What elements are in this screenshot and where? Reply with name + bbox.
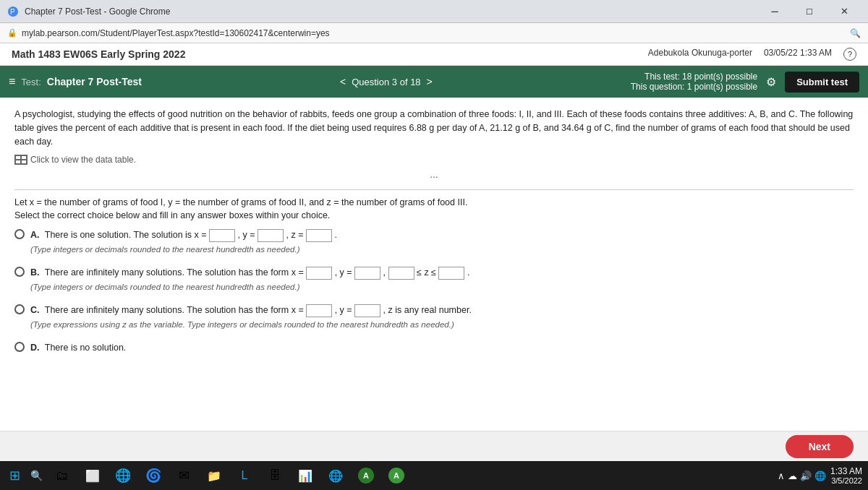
app2-button[interactable]: 🌐 [323,464,349,487]
app1-button[interactable]: 📊 [292,464,318,487]
chevron-up-icon[interactable]: ∧ [778,470,785,481]
test-navbar: ≡ Test: Chapter 7 Post-Test < Question 3… [0,66,868,98]
choice-a-text-mid1: , y = [238,230,255,240]
choice-b-input-x[interactable] [306,267,332,280]
url-text: mylab.pearson.com/Student/PlayerTest.asp… [22,28,330,38]
test-label: Test: [21,77,41,87]
network-icon[interactable]: 🌐 [814,470,826,481]
choice-a-text-mid2: , z = [286,230,304,240]
taskview-button[interactable]: ⬜ [80,464,106,487]
speaker-icon[interactable]: 🔊 [800,470,812,481]
choice-c-text-mid1: , y = [335,305,352,315]
next-button[interactable]: Next [786,435,854,458]
instruction-text: Select the correct choice below and fill… [14,210,854,220]
circle-a-button[interactable]: A [353,464,379,487]
choice-a-item: A. There is one solution. The solution i… [14,228,854,257]
files-button[interactable]: 📁 [201,464,227,487]
taskbar-right: ∧ ☁ 🔊 🌐 1:33 AM 3/5/2022 [778,466,862,485]
answer-choices: A. There is one solution. The solution i… [14,228,854,355]
browser-titlebar: P Chapter 7 Post-Test - Google Chrome ─ … [0,0,868,23]
data-table-link[interactable]: Click to view the data table. [14,155,136,165]
choice-c-radio[interactable] [14,304,25,314]
database-button[interactable]: 🗄 [262,464,288,487]
chrome-taskbar-button[interactable]: 🌐 [110,464,136,487]
taskbar: ⊞ 🔍 🗂 ⬜ 🌐 🌀 ✉ 📁 L 🗄 📊 [0,461,868,490]
chrome-taskbar-icon: 🌐 [115,468,131,483]
browser-tab-title: Chapter 7 Post-Test - Google Chrome [25,7,752,17]
system-clock[interactable]: 1:33 AM 3/5/2022 [830,466,862,485]
table-icon [14,155,27,165]
header-datetime: 03/05/22 1:33 AM [764,48,832,61]
variable-definition: Let x = the number of grams of food I, y… [14,197,854,207]
maximize-button[interactable]: □ [793,1,826,22]
main-content: A psychologist, studying the effects of … [0,98,868,431]
submit-test-button[interactable]: Submit test [785,72,859,93]
course-title: Math 1483 EW06S Early Spring 2022 [12,48,185,60]
choice-a-note: (Type integers or decimals rounded to th… [30,245,300,254]
app1-icon: 📊 [298,469,312,483]
text-editor-button[interactable]: L [231,464,258,487]
edge-taskbar-button[interactable]: 🌀 [140,464,166,487]
taskview-icon: ⬜ [85,469,100,483]
help-icon[interactable]: ? [843,48,856,61]
app-header: Math 1483 EW06S Early Spring 2022 Adebuk… [0,43,868,66]
circle-a-icon: A [358,468,374,483]
user-name: Adebukola Okunuga-porter [648,48,752,61]
choice-d-label: D. [30,343,40,353]
question-points-line2: This question: 1 point(s) possible [631,82,757,92]
cloud-icon[interactable]: ☁ [788,470,797,481]
system-icons: ∧ ☁ 🔊 🌐 [778,470,826,481]
menu-icon[interactable]: ≡ [9,75,15,88]
clock-time: 1:33 AM [830,466,862,476]
choice-c-input-x[interactable] [306,304,332,317]
mail-button[interactable]: ✉ [171,464,197,487]
circle-b-icon: A [388,468,404,483]
header-right: Adebukola Okunuga-porter 03/05/22 1:33 A… [648,48,856,61]
choice-b-text-before: There are infinitely many solutions. The… [45,267,304,278]
choice-b-note: (Type integers or decimals rounded to th… [30,283,300,291]
choice-b-radio[interactable] [14,267,25,277]
mail-icon: ✉ [179,468,190,483]
browser-addressbar: 🔒 mylab.pearson.com/Student/PlayerTest.a… [0,23,868,43]
choice-b-input-z-min[interactable] [388,267,414,280]
circle-b-button[interactable]: A [383,464,409,487]
search-taskbar-icon: 🔍 [30,470,43,481]
choice-c-item: C. There are infinitely many solutions. … [14,303,854,332]
settings-icon[interactable]: ⚙ [766,75,776,89]
question-counter: Question 3 of 18 [352,77,420,87]
bottom-bar: Next [0,431,868,461]
text-editor-icon: L [242,469,248,482]
test-points-info: This test: 18 point(s) possible This que… [631,72,757,92]
browser-search-icon[interactable]: 🔍 [850,28,861,38]
next-question-button[interactable]: > [427,76,433,87]
choice-c-text-before: There are infinitely many solutions. The… [45,305,304,315]
choice-c-input-y[interactable] [354,304,380,317]
folder-icon: 📁 [207,469,221,483]
close-button[interactable]: ✕ [827,1,861,22]
choice-a-input-y[interactable] [258,229,284,242]
choice-d-content: D. There is no solution. [30,340,126,355]
test-points-line1: This test: 18 point(s) possible [631,72,757,82]
edge-taskbar-icon: 🌀 [145,468,161,483]
choice-b-text-after: . [467,267,469,278]
choice-a-input-x[interactable] [209,229,235,242]
choice-a-text-after: . [334,230,336,240]
test-title: Chapter 7 Post-Test [47,76,142,87]
choice-c-label: C. [30,305,40,315]
choice-a-radio[interactable] [14,229,25,239]
choice-b-input-z-max[interactable] [438,267,464,280]
choice-b-text-mid3: ≤ z ≤ [417,267,436,278]
search-taskbar-button[interactable]: 🔍 [27,467,45,484]
choice-d-radio[interactable] [14,342,25,352]
choice-b-label: B. [30,267,40,278]
app2-icon: 🌐 [328,469,343,483]
choice-b-input-y[interactable] [354,267,380,280]
choice-a-label: A. [30,230,40,240]
file-explorer-button[interactable]: 🗂 [49,464,75,487]
choice-a-input-z[interactable] [306,229,332,242]
windows-start-button[interactable]: ⊞ [6,467,23,484]
data-table-link-text: Click to view the data table. [30,155,136,165]
minimize-button[interactable]: ─ [758,1,791,22]
prev-question-button[interactable]: < [340,76,346,87]
choice-d-item: D. There is no solution. [14,340,854,355]
